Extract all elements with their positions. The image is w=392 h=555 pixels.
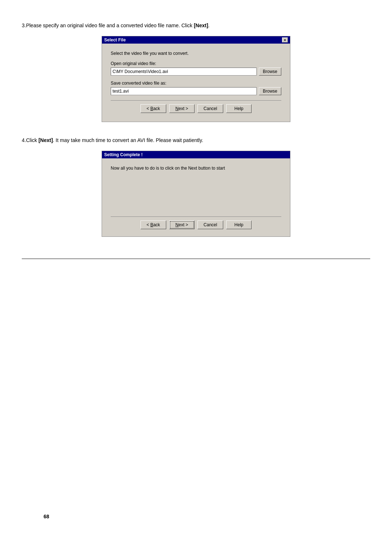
converted-file-row: Browse (111, 87, 281, 95)
dialog2-titlebar: Setting Complete ! (102, 151, 290, 158)
dialog1-close-button[interactable]: × (282, 37, 288, 42)
dialog1-body: Select the video file you want to conver… (102, 44, 290, 122)
converted-file-input[interactable] (111, 87, 257, 95)
setting-complete-dialog: Setting Complete ! Now all you have to d… (102, 151, 290, 237)
step4-instruction: 4.Click [Next]. It may take much time to… (22, 137, 370, 144)
dialog1-next-button[interactable]: Next > (169, 104, 195, 113)
dialog1-cancel-button[interactable]: Cancel (197, 104, 223, 113)
dialog1-titlebar: Select File × (102, 36, 290, 44)
page-bottom-divider (22, 259, 370, 259)
dialog2-help-button[interactable]: Help (226, 220, 252, 229)
browse1-button[interactable]: Browse (259, 68, 281, 76)
original-file-group: Open original video file: Browse (111, 61, 281, 76)
page-wrapper: 3.Please specify an original video file … (22, 22, 370, 530)
dialog1-title: Select File (104, 37, 126, 42)
dialog2-next-button[interactable]: Next > (169, 220, 195, 229)
page-number: 68 (44, 514, 49, 519)
dialog2-cancel-button[interactable]: Cancel (197, 220, 223, 229)
step3-instruction: 3.Please specify an original video file … (22, 22, 370, 29)
select-file-dialog: Select File × Select the video file you … (102, 36, 290, 122)
dialog1-buttons: < Back Next > Cancel Help (111, 104, 281, 117)
converted-file-group: Save converted video file as: Browse (111, 81, 281, 95)
dialog2-buttons: < Back Next > Cancel Help (102, 220, 290, 233)
original-file-label: Open original video file: (111, 61, 281, 66)
converted-file-label: Save converted video file as: (111, 81, 281, 86)
dialog2-body-text: Now all you have to do is to click on th… (111, 166, 281, 171)
original-file-input[interactable] (111, 68, 257, 76)
dialog1-help-button[interactable]: Help (226, 104, 252, 113)
dialog2-title: Setting Complete ! (104, 152, 143, 157)
dialog1-back-button[interactable]: < Back (140, 104, 166, 113)
dialog1-intro: Select the video file you want to conver… (111, 51, 281, 56)
dialog2-back-button[interactable]: < Back (140, 220, 166, 229)
dialog2-body: Now all you have to do is to click on th… (102, 158, 290, 216)
dialog1-separator (111, 100, 281, 101)
browse2-button[interactable]: Browse (259, 87, 281, 95)
original-file-row: Browse (111, 68, 281, 76)
dialog2-separator (111, 216, 281, 217)
